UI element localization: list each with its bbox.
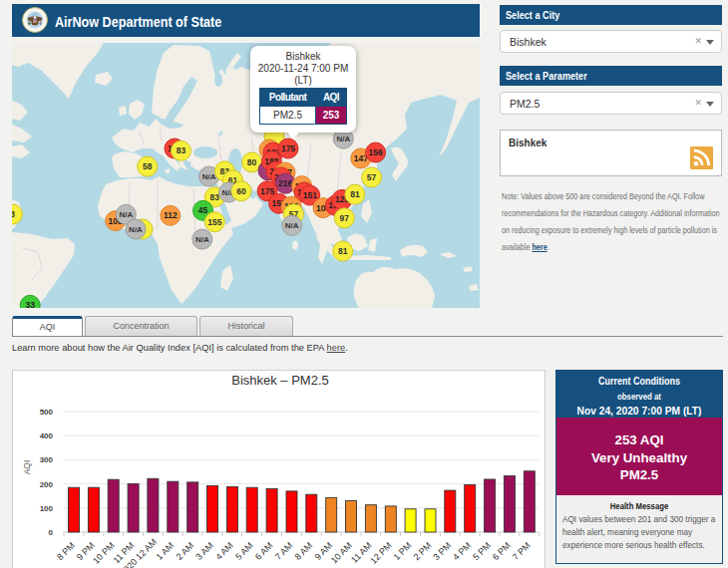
svg-text:10 AM: 10 AM — [329, 540, 354, 565]
svg-text:2 PM: 2 PM — [411, 540, 433, 562]
svg-text:100: 100 — [40, 504, 54, 513]
svg-text:2 AM: 2 AM — [175, 540, 196, 562]
svg-text:3 AM: 3 AM — [193, 540, 215, 562]
svg-text:216: 216 — [278, 178, 292, 188]
svg-text:175: 175 — [281, 143, 295, 153]
svg-text:3: 3 — [12, 209, 15, 219]
svg-text:1 PM: 1 PM — [392, 540, 414, 562]
svg-text:4 PM: 4 PM — [451, 540, 473, 562]
svg-text:45: 45 — [198, 205, 208, 215]
svg-text:81: 81 — [350, 189, 360, 199]
svg-text:57: 57 — [367, 172, 377, 182]
svg-text:81: 81 — [338, 246, 348, 256]
svg-text:97: 97 — [340, 213, 350, 223]
svg-text:7 PM: 7 PM — [511, 540, 533, 562]
svg-text:AQI: AQI — [22, 460, 32, 475]
svg-text:12 PM: 12 PM — [368, 540, 393, 565]
svg-text:80: 80 — [247, 157, 257, 167]
svg-text:N/A: N/A — [336, 135, 350, 143]
svg-text:6 PM: 6 PM — [491, 540, 513, 562]
svg-text:83: 83 — [210, 192, 220, 202]
svg-text:10 PM: 10 PM — [91, 540, 116, 565]
svg-text:6 AM: 6 AM — [253, 540, 275, 562]
svg-text:33: 33 — [25, 300, 35, 308]
svg-text:155: 155 — [207, 217, 221, 227]
svg-text:N/A: N/A — [195, 235, 209, 244]
svg-text:8 PM: 8 PM — [55, 540, 77, 562]
svg-text:N/A: N/A — [285, 221, 299, 230]
svg-text:58: 58 — [143, 161, 153, 171]
svg-text:60: 60 — [236, 186, 246, 196]
svg-text:200: 200 — [40, 480, 54, 489]
svg-text:400: 400 — [40, 431, 54, 440]
svg-text:5 PM: 5 PM — [471, 540, 493, 562]
svg-text:5 AM: 5 AM — [233, 540, 255, 562]
svg-text:175: 175 — [260, 186, 274, 196]
svg-text:156: 156 — [369, 147, 383, 157]
svg-text:N/A: N/A — [119, 210, 133, 219]
svg-text:3 PM: 3 PM — [431, 540, 453, 562]
svg-text:N/A: N/A — [202, 172, 216, 181]
svg-text:300: 300 — [40, 455, 54, 464]
svg-text:Bishkek – PM2.5: Bishkek – PM2.5 — [231, 373, 329, 388]
svg-text:0: 0 — [49, 528, 54, 537]
svg-text:83: 83 — [177, 145, 186, 155]
svg-text:7 AM: 7 AM — [273, 540, 295, 562]
svg-text:500: 500 — [40, 408, 54, 417]
svg-text:151: 151 — [303, 190, 317, 200]
svg-text:8 AM: 8 AM — [293, 540, 315, 562]
svg-text:N/A: N/A — [129, 225, 143, 234]
svg-text:4 AM: 4 AM — [213, 540, 235, 562]
svg-text:112: 112 — [164, 210, 178, 220]
